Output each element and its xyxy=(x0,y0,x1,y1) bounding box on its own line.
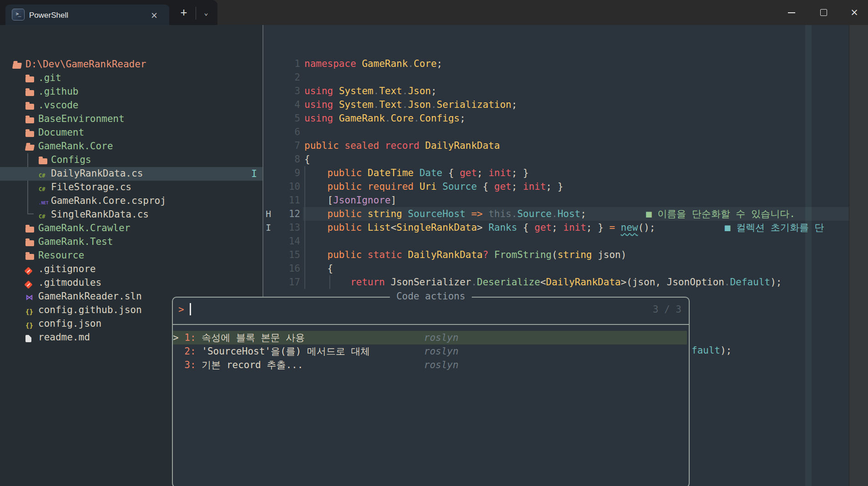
tree-item-label: .git xyxy=(38,72,61,83)
code-token: get xyxy=(459,167,477,178)
code-line-3[interactable]: using System.Text.Json; xyxy=(304,84,437,98)
code-token xyxy=(333,113,339,124)
code-token: ; xyxy=(437,58,443,69)
code-line-10[interactable]: public required Uri Source { get; init; … xyxy=(304,180,563,193)
tree-item-.vscode[interactable]: .vscode xyxy=(0,99,262,112)
tree-item-dailyrankdata.cs[interactable]: C#DailyRankData.csI xyxy=(0,167,262,181)
code-token: SourceHost xyxy=(408,208,465,219)
minimize-button[interactable] xyxy=(781,0,802,25)
code-action-item-2[interactable]: 2: 'SourceHost'을(를) 메서드로 대체roslyn xyxy=(173,344,687,358)
tree-item-d-dev-gamerankreader[interactable]: D:\Dev\GameRankReader xyxy=(0,58,262,71)
code-line-11[interactable]: [JsonIgnore] xyxy=(304,193,396,207)
csharp-file-icon: C# xyxy=(39,186,45,192)
code-token: Source xyxy=(517,208,552,219)
tree-item-filestorage.cs[interactable]: C#FileStorage.cs xyxy=(0,181,262,194)
tree-item-label: Resource xyxy=(38,250,84,261)
code-token: Json xyxy=(408,86,431,96)
code-token: { xyxy=(304,154,310,165)
title-bar: >_ PowerShell × + ⌄ × xyxy=(0,0,868,25)
windows-terminal-window: >_ PowerShell × + ⌄ × D:\Dev\GameRankRea… xyxy=(0,0,868,486)
folder-icon xyxy=(25,254,34,260)
code-token: Configs xyxy=(419,113,460,124)
close-button[interactable]: × xyxy=(844,0,865,25)
tree-item-document[interactable]: Document xyxy=(0,126,262,140)
git-file-icon xyxy=(24,280,32,289)
json-file-icon: {} xyxy=(25,308,33,315)
code-token: init xyxy=(523,181,546,192)
code-line-17[interactable]: return JsonSerializer.Deserialize<DailyR… xyxy=(304,275,782,289)
tree-item-gamerank.core[interactable]: GameRank.Core xyxy=(0,140,262,153)
tree-item-gamerank.core.csproj[interactable]: .NETGameRank.Core.csproj xyxy=(0,194,262,208)
code-token xyxy=(483,208,489,219)
popup-text-cursor[interactable] xyxy=(190,303,191,315)
tree-item-label: GameRank.Core.csproj xyxy=(51,195,166,206)
terminal-scrollbar[interactable] xyxy=(849,25,868,486)
code-actions-popup: Code actions > 3 / 3 > 1: 속성에 블록 본문 사용ro… xyxy=(172,297,690,486)
folder-icon xyxy=(25,117,34,123)
tab-close-icon[interactable]: × xyxy=(147,9,161,21)
code-line-tail: fault); xyxy=(691,344,732,357)
tab-separator xyxy=(196,7,196,20)
code-token: { xyxy=(477,181,494,192)
popup-prompt-icon: > xyxy=(178,304,184,315)
tree-item-label: Configs xyxy=(51,154,91,165)
code-token: ; } xyxy=(511,167,529,178)
code-token: Json xyxy=(408,99,431,110)
diagnostic-hint: ■ 이름을 단순화할 수 있습니다. xyxy=(646,207,795,221)
line-number: 14 xyxy=(253,234,300,248)
code-token xyxy=(304,208,328,219)
code-token: ( xyxy=(552,249,558,260)
code-token: FromString xyxy=(494,249,551,260)
tab-title: PowerShell xyxy=(29,11,68,20)
code-token: required xyxy=(368,181,414,192)
code-line-13[interactable]: public List<SingleRankData> Ranks { get;… xyxy=(304,221,655,234)
tree-item-gamerank.crawler[interactable]: GameRank.Crawler xyxy=(0,222,262,235)
code-token: ; xyxy=(580,208,586,219)
line-number: 11 xyxy=(253,193,300,207)
tree-item-baseenvironment[interactable]: BaseEnvironment xyxy=(0,112,262,126)
tree-item-.github[interactable]: .github xyxy=(0,85,262,99)
code-token xyxy=(362,222,368,233)
code-token: Deserialize xyxy=(477,277,540,288)
code-token: GameRank xyxy=(339,113,385,124)
code-token: get xyxy=(535,222,552,233)
code-token: System xyxy=(339,86,373,96)
code-token: ; xyxy=(459,113,465,124)
code-token: public xyxy=(328,249,362,260)
code-token: . xyxy=(408,58,414,69)
tab-dropdown-button[interactable]: ⌄ xyxy=(199,5,213,20)
tree-item-.gitmodules[interactable]: .gitmodules xyxy=(0,276,262,290)
item-selector-marker: > xyxy=(173,332,184,343)
maximize-button[interactable] xyxy=(813,0,834,25)
tree-item-resource[interactable]: Resource xyxy=(0,249,262,263)
code-action-item-3[interactable]: 3: 기본 record 추출...roslyn xyxy=(173,358,687,372)
code-token: JsonIgnore xyxy=(333,195,390,206)
tree-item-.git[interactable]: .git xyxy=(0,71,262,85)
code-line-12[interactable]: public string SourceHost => this.Source.… xyxy=(304,207,586,221)
code-line-1[interactable]: namespace GameRank.Core; xyxy=(304,57,443,71)
code-token xyxy=(402,208,408,219)
code-action-item-1[interactable]: > 1: 속성에 블록 본문 사용roslyn xyxy=(173,331,687,344)
code-token: ; xyxy=(477,167,488,178)
code-line-8[interactable]: { xyxy=(304,152,310,166)
code-line-16[interactable]: { xyxy=(304,262,333,275)
code-token: JsonSerializer xyxy=(385,277,471,288)
code-token: ); xyxy=(720,345,732,356)
tree-item-gamerank.test[interactable]: GameRank.Test xyxy=(0,235,262,249)
code-line-7[interactable]: public sealed record DailyRankData xyxy=(304,139,500,152)
tree-item-.gitignore[interactable]: .gitignore xyxy=(0,263,262,276)
tree-item-label: SingleRankData.cs xyxy=(51,209,149,220)
code-token: . xyxy=(471,277,477,288)
tree-item-configs[interactable]: Configs xyxy=(0,153,262,167)
code-line-15[interactable]: public static DailyRankData? FromString(… xyxy=(304,248,626,262)
code-line-4[interactable]: using System.Text.Json.Serialization; xyxy=(304,98,517,111)
code-token: >(json, JsonOption xyxy=(621,277,724,288)
item-label: 속성에 블록 본문 사용 xyxy=(202,332,305,343)
code-line-5[interactable]: using GameRank.Core.Configs; xyxy=(304,111,465,125)
code-token: ] xyxy=(391,195,397,206)
code-line-9[interactable]: public DateTime Date { get; init; } xyxy=(304,166,529,180)
code-token: [ xyxy=(304,195,333,206)
tab-powershell[interactable]: >_ PowerShell × xyxy=(5,5,169,25)
tree-item-singlerankdata.cs[interactable]: C#SingleRankData.cs xyxy=(0,208,262,222)
new-tab-button[interactable]: + xyxy=(177,5,191,20)
